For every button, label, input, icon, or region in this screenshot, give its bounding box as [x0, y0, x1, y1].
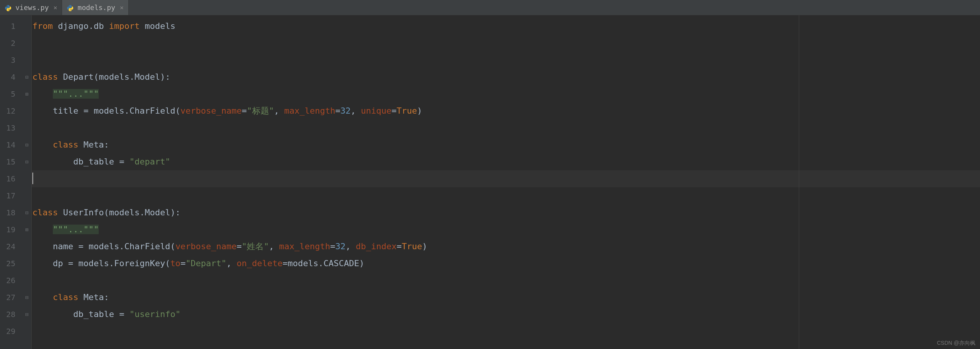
line-number: 27 — [0, 289, 22, 306]
code-line[interactable]: """...""" — [32, 221, 980, 238]
tabs-bar: views.py ✕ models.py ✕ — [0, 0, 980, 15]
line-number: 3 — [0, 52, 22, 69]
line-number: 4 — [0, 69, 22, 86]
line-number: 1 — [0, 18, 22, 35]
fold-spacer — [22, 52, 31, 69]
fold-spacer — [22, 255, 31, 272]
tab-views[interactable]: views.py ✕ — [0, 0, 62, 15]
fold-spacer — [22, 119, 31, 136]
fold-spacer — [22, 102, 31, 119]
code-line[interactable] — [32, 52, 980, 69]
code-area[interactable]: from django.db import models class Depar… — [32, 15, 980, 349]
line-number: 13 — [0, 119, 22, 136]
python-icon — [67, 4, 74, 12]
line-number: 24 — [0, 238, 22, 255]
fold-spacer — [22, 187, 31, 204]
fold-spacer — [22, 238, 31, 255]
fold-collapse-icon[interactable]: ⊟ — [22, 136, 31, 153]
line-number: 5 — [0, 86, 22, 102]
line-number: 17 — [0, 187, 22, 204]
code-line-current[interactable] — [32, 170, 980, 187]
line-number: 28 — [0, 306, 22, 323]
line-number: 26 — [0, 272, 22, 289]
fold-collapse-icon[interactable]: ⊟ — [22, 69, 31, 86]
close-icon[interactable]: ✕ — [54, 4, 57, 11]
code-line[interactable]: from django.db import models — [32, 18, 980, 35]
fold-spacer — [22, 170, 31, 187]
code-line[interactable]: title = models.CharField(verbose_name="标… — [32, 102, 980, 119]
right-margin-line — [799, 15, 799, 349]
code-line[interactable]: dp = models.ForeignKey(to="Depart", on_d… — [32, 255, 980, 272]
line-number: 12 — [0, 102, 22, 119]
fold-expand-icon[interactable]: ⊞ — [22, 86, 31, 102]
code-line[interactable]: db_table = "userinfo" — [32, 306, 980, 323]
code-line[interactable] — [32, 187, 980, 204]
code-line[interactable]: """...""" — [32, 86, 980, 102]
code-line[interactable]: class Depart(models.Model): — [32, 69, 980, 86]
fold-collapse-icon[interactable]: ⊟ — [22, 204, 31, 221]
line-number: 14 — [0, 136, 22, 153]
line-number: 16 — [0, 170, 22, 187]
fold-spacer — [22, 272, 31, 289]
line-number: 2 — [0, 35, 22, 52]
python-icon — [5, 4, 12, 12]
code-line[interactable]: name = models.CharField(verbose_name="姓名… — [32, 238, 980, 255]
watermark: CSDN @亦向枫 — [937, 340, 975, 347]
line-gutter: 1 2 3 4 5 12 13 14 15 16 17 18 19 24 25 … — [0, 15, 22, 349]
line-number: 18 — [0, 204, 22, 221]
tab-label: models.py — [77, 3, 115, 12]
tab-models[interactable]: models.py ✕ — [62, 0, 128, 15]
fold-spacer — [22, 18, 31, 35]
code-line[interactable] — [32, 119, 980, 136]
line-number: 19 — [0, 221, 22, 238]
close-icon[interactable]: ✕ — [120, 4, 124, 11]
fold-gutter: ⊟ ⊞ ⊟ ⊟ ⊟ ⊞ ⊟ ⊟ — [22, 15, 32, 349]
code-line[interactable] — [32, 35, 980, 52]
code-line[interactable]: class Meta: — [32, 136, 980, 153]
fold-collapse-icon[interactable]: ⊟ — [22, 153, 31, 170]
line-number: 29 — [0, 323, 22, 340]
fold-spacer — [22, 323, 31, 340]
code-line[interactable]: db_table = "depart" — [32, 153, 980, 170]
line-number: 25 — [0, 255, 22, 272]
fold-collapse-icon[interactable]: ⊟ — [22, 306, 31, 323]
fold-collapse-icon[interactable]: ⊟ — [22, 289, 31, 306]
code-line[interactable] — [32, 323, 980, 340]
fold-spacer — [22, 35, 31, 52]
code-line[interactable]: class UserInfo(models.Model): — [32, 204, 980, 221]
line-number: 15 — [0, 153, 22, 170]
fold-expand-icon[interactable]: ⊞ — [22, 221, 31, 238]
code-line[interactable] — [32, 272, 980, 289]
tab-label: views.py — [15, 3, 49, 12]
text-cursor — [32, 173, 33, 184]
code-line[interactable]: class Meta: — [32, 289, 980, 306]
editor-container: 1 2 3 4 5 12 13 14 15 16 17 18 19 24 25 … — [0, 15, 980, 349]
